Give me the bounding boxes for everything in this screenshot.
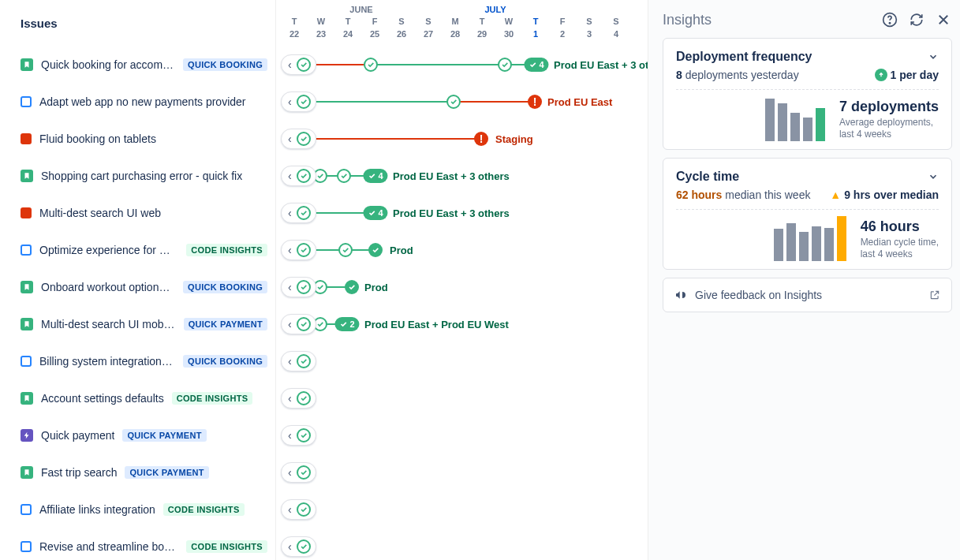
environment-label[interactable]: Prod EU East + Prod EU West — [364, 318, 509, 330]
issue-row[interactable]: Onboard workout options (OWO)QUICK BOOKI… — [0, 268, 275, 305]
deploy-node-count[interactable]: 2 — [334, 317, 359, 331]
day-number[interactable]: 28 — [442, 28, 469, 39]
trend-up-icon — [875, 69, 887, 81]
issue-title: Billing system integration - frontend — [39, 355, 175, 368]
day-number[interactable]: 4 — [603, 28, 629, 39]
timeline-segment — [315, 138, 476, 140]
check-icon — [297, 95, 311, 109]
issue-title: Adapt web app no new payments provider — [39, 95, 246, 108]
deployment-pill[interactable]: ‹ — [281, 388, 316, 409]
environment-label[interactable]: Prod EU East — [547, 95, 612, 107]
day-number[interactable]: 30 — [495, 28, 522, 39]
day-number[interactable]: 27 — [415, 28, 442, 39]
issue-row[interactable]: Quick booking for accommodationsQUICK BO… — [0, 46, 275, 83]
chevron-down-icon[interactable] — [928, 51, 939, 62]
bar — [799, 232, 809, 261]
issue-row[interactable]: Adapt web app no new payments provider — [0, 83, 275, 120]
deploy-node-count[interactable]: 4 — [524, 58, 548, 72]
deploy-sub2: last 4 weeks — [839, 129, 939, 141]
issue-row[interactable]: Affiliate links integrationCODE INSIGHTS — [0, 491, 275, 528]
issue-row[interactable]: Fluid booking on tablets — [0, 120, 275, 157]
task-icon — [21, 541, 32, 552]
deployment-pill[interactable]: ‹ — [281, 462, 316, 483]
day-number[interactable]: 26 — [388, 28, 415, 39]
day-number[interactable]: 29 — [469, 28, 495, 39]
day-number[interactable]: 3 — [576, 28, 603, 39]
deploy-node-error[interactable]: ! — [528, 95, 542, 109]
issue-row[interactable]: Multi-dest search UI web — [0, 194, 275, 231]
cycle-time-card[interactable]: Cycle time 62 hours median this week ▲ 9… — [663, 158, 952, 270]
story-icon — [21, 318, 33, 330]
insights-title: Insights — [663, 12, 872, 28]
deployment-pill[interactable]: ‹ — [281, 314, 316, 334]
deploy-node-error[interactable]: ! — [474, 132, 488, 146]
deploy-node-ok[interactable] — [446, 95, 461, 109]
deploy-node-ok[interactable] — [345, 280, 359, 294]
day-number[interactable]: 22 — [281, 28, 308, 39]
bar — [765, 99, 775, 141]
refresh-icon[interactable] — [908, 11, 925, 28]
deployment-pill[interactable]: ‹ — [281, 499, 316, 520]
timeline-row: ‹ — [276, 491, 648, 528]
weekday-label: T — [334, 16, 361, 27]
close-icon[interactable] — [935, 11, 952, 28]
deploy-node-ok[interactable] — [498, 58, 512, 72]
deployment-pill[interactable]: ‹ — [281, 240, 316, 260]
deployment-pill[interactable]: ‹ — [281, 425, 316, 446]
issue-row[interactable]: Fast trip searchQUICK PAYMENT — [0, 454, 275, 491]
environment-label[interactable]: Prod EU East + 3 others — [393, 207, 510, 218]
environment-label[interactable]: Prod EU East + 3 others — [393, 170, 510, 181]
help-icon[interactable] — [881, 11, 898, 28]
issue-label: CODE INSIGHTS — [186, 540, 267, 553]
issue-label: CODE INSIGHTS — [172, 392, 253, 405]
deploy-node-ok[interactable] — [337, 169, 351, 183]
megaphone-icon — [674, 289, 687, 301]
check-icon — [446, 95, 461, 109]
timeline-header: JUNEJULY TWTFSSMTWTFSS 22232425262728293… — [276, 0, 648, 46]
deploy-rate: 1 per day — [891, 69, 939, 81]
deployment-pill[interactable]: ‹ — [281, 166, 316, 186]
deploy-node-ok[interactable] — [368, 243, 383, 257]
deployment-pill[interactable]: ‹ — [281, 351, 316, 371]
chevron-down-icon[interactable] — [928, 171, 939, 182]
check-icon — [297, 465, 311, 480]
deployment-pill[interactable]: ‹ — [281, 129, 316, 149]
issue-row[interactable]: Revise and streamline booking flowCODE I… — [0, 528, 275, 560]
deployment-frequency-card[interactable]: Deployment frequency 8 deployments yeste… — [663, 38, 952, 150]
deploy-node-count[interactable]: 4 — [363, 206, 387, 220]
weekday-label: T — [469, 16, 495, 27]
deployment-pill[interactable]: ‹ — [281, 91, 316, 112]
deployment-pill[interactable]: ‹ — [281, 536, 316, 557]
deploy-node-ok[interactable] — [338, 243, 353, 257]
timeline-row: ‹ — [276, 342, 648, 379]
issue-row[interactable]: Optimize experience for mobile webCODE I… — [0, 231, 275, 268]
day-number[interactable]: 23 — [308, 28, 334, 39]
card-title: Deployment frequency — [676, 50, 928, 64]
deploy-node-ok[interactable] — [364, 58, 378, 72]
cycle-median: 62 hours — [676, 189, 722, 201]
day-number[interactable]: 24 — [334, 28, 361, 39]
environment-label[interactable]: Prod — [364, 281, 388, 293]
bar — [816, 108, 825, 141]
weekday-label: W — [308, 16, 334, 27]
feedback-button[interactable]: Give feedback on Insights — [663, 278, 952, 312]
deployment-pill[interactable]: ‹ — [281, 277, 316, 297]
issue-row[interactable]: Multi-dest search UI mobilewebQUICK PAYM… — [0, 305, 275, 342]
weekday-label: F — [361, 16, 388, 27]
deploy-node-count[interactable]: 4 — [363, 169, 387, 183]
day-number[interactable]: 2 — [549, 28, 576, 39]
environment-label[interactable]: Prod — [390, 244, 413, 256]
deployment-pill[interactable]: ‹ — [281, 54, 316, 75]
issue-row[interactable]: Shopping cart purchasing error - quick f… — [0, 157, 275, 194]
issue-row[interactable]: Quick paymentQUICK PAYMENT — [0, 416, 275, 454]
deployment-pill[interactable]: ‹ — [281, 203, 316, 223]
weekday-label: S — [603, 16, 629, 27]
epic-icon — [21, 429, 33, 442]
issue-row[interactable]: Account settings defaultsCODE INSIGHTS — [0, 379, 275, 416]
chevron-left-icon: ‹ — [288, 207, 292, 218]
environment-label[interactable]: Staging — [495, 133, 533, 144]
day-number[interactable]: 1 — [522, 28, 549, 39]
issue-row[interactable]: Billing system integration - frontendQUI… — [0, 342, 275, 379]
day-number[interactable]: 25 — [361, 28, 388, 39]
environment-label[interactable]: Prod EU East + 3 others — [554, 58, 648, 70]
